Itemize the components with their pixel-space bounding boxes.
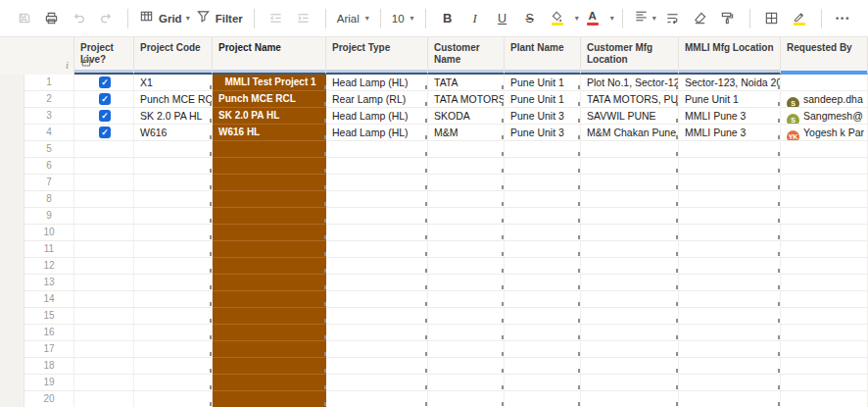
row-number[interactable]: 1 [24, 75, 74, 91]
cell-customer-mfg-location[interactable] [581, 191, 679, 208]
cell-customer-name[interactable] [428, 275, 505, 291]
cell-plant-name[interactable] [505, 375, 581, 391]
row-number[interactable]: 11 [24, 241, 74, 258]
cell-mmli-mfg-location[interactable] [679, 391, 781, 407]
cell-customer-mfg-location[interactable] [581, 175, 679, 191]
cell-customer-mfg-location[interactable] [581, 375, 679, 391]
column-header-mmli[interactable]: MMLI Mfg Location [679, 37, 781, 75]
text-color-button[interactable]: A [582, 7, 603, 30]
cell-project-live[interactable] [74, 241, 134, 258]
cell-customer-name[interactable] [428, 308, 505, 325]
cell-mmli-mfg-location[interactable] [679, 375, 781, 391]
cell-project-type[interactable] [326, 391, 428, 407]
cell-project-code[interactable] [134, 391, 213, 407]
cell-project-type[interactable] [326, 158, 428, 175]
cell-plant-name[interactable]: Pune Unit 3 [505, 108, 581, 125]
chevron-down-icon[interactable]: ▾ [610, 15, 614, 23]
cell-mmli-mfg-location[interactable] [679, 341, 781, 358]
cell-customer-name[interactable] [428, 225, 505, 241]
save-button[interactable] [13, 7, 34, 30]
column-header-requested[interactable]: Requested By [781, 37, 868, 75]
cell-customer-mfg-location[interactable] [581, 291, 679, 308]
cell-project-code[interactable] [134, 291, 213, 308]
cell-customer-name[interactable] [428, 208, 505, 225]
cell-project-name[interactable] [213, 391, 326, 407]
cell-customer-mfg-location[interactable] [581, 258, 679, 275]
cell-project-type[interactable] [326, 341, 428, 358]
column-header-plant[interactable]: Plant Name [505, 37, 581, 75]
cell-project-code[interactable] [134, 191, 213, 208]
cell-customer-name[interactable] [428, 191, 505, 208]
bold-button[interactable]: B [437, 7, 458, 30]
cell-project-name[interactable] [213, 308, 326, 325]
fill-color-button[interactable] [547, 7, 568, 30]
cell-customer-mfg-location[interactable] [581, 241, 679, 258]
cell-project-code[interactable] [134, 225, 213, 241]
column-header-name[interactable]: Project Name [213, 37, 326, 75]
column-header-customer[interactable]: Customer Name [428, 37, 505, 75]
cell-project-code[interactable] [134, 275, 213, 291]
cell-project-name[interactable] [213, 158, 326, 175]
row-number[interactable]: 20 [24, 391, 74, 407]
cell-project-code[interactable] [134, 325, 213, 341]
redo-button[interactable] [95, 7, 117, 30]
cell-project-code[interactable]: Punch MCE RCL [134, 91, 213, 108]
cell-mmli-mfg-location[interactable] [679, 241, 781, 258]
cell-customer-mfg-location[interactable] [581, 325, 679, 341]
cell-customer-mfg-location[interactable]: Plot No.1, Sector-127, Noida [581, 75, 679, 91]
cell-project-code[interactable] [134, 308, 213, 325]
cell-plant-name[interactable] [505, 208, 581, 225]
cell-project-name[interactable] [213, 275, 326, 291]
cell-project-type[interactable] [326, 325, 428, 341]
cell-project-code[interactable]: W616 [134, 125, 213, 141]
row-number[interactable]: 17 [24, 341, 74, 358]
checkbox-checked[interactable]: ✓ [99, 76, 111, 88]
cell-plant-name[interactable] [505, 275, 581, 291]
cell-project-live[interactable]: ✓ [74, 108, 134, 125]
cell-project-type[interactable] [326, 241, 428, 258]
cell-plant-name[interactable] [505, 141, 581, 158]
cell-requested-by[interactable] [781, 391, 868, 407]
font-family-selector[interactable]: Arial ▾ [337, 13, 369, 25]
cell-requested-by[interactable] [781, 341, 868, 358]
cell-project-live[interactable] [74, 158, 134, 175]
align-button[interactable]: ▾ [634, 9, 656, 27]
cell-project-code[interactable] [134, 208, 213, 225]
row-number[interactable]: 6 [24, 158, 74, 175]
cell-customer-name[interactable] [428, 358, 505, 375]
cell-project-live[interactable] [74, 191, 134, 208]
cell-requested-by[interactable] [781, 225, 868, 241]
cell-project-name[interactable]: Punch MCE RCL [213, 91, 326, 108]
cell-customer-name[interactable] [428, 258, 505, 275]
cell-project-type[interactable]: Rear Lamp (RL) [326, 91, 428, 108]
cell-project-name[interactable] [213, 358, 326, 375]
cell-project-name[interactable]: SK 2.0 PA HL [213, 108, 326, 125]
cell-plant-name[interactable] [505, 175, 581, 191]
column-header-custmfg[interactable]: Customer Mfg Location [581, 37, 679, 75]
cell-customer-mfg-location[interactable] [581, 308, 679, 325]
cell-customer-mfg-location[interactable] [581, 358, 679, 375]
cell-project-name[interactable]: MMLI Test Project 1 [213, 75, 326, 91]
cell-requested-by[interactable] [781, 191, 868, 208]
cell-requested-by[interactable]: Ssandeep.dha [781, 91, 868, 108]
row-number[interactable]: 9 [24, 208, 74, 225]
row-number[interactable]: 13 [24, 275, 74, 291]
cell-customer-mfg-location[interactable] [581, 341, 679, 358]
cell-project-type[interactable] [326, 208, 428, 225]
row-number[interactable]: 18 [24, 358, 74, 375]
cell-plant-name[interactable] [505, 391, 581, 407]
cell-project-name[interactable] [213, 141, 326, 158]
strikethrough-button[interactable]: S [519, 7, 541, 30]
cell-project-type[interactable] [326, 175, 428, 191]
cell-project-live[interactable] [74, 358, 134, 375]
cell-customer-mfg-location[interactable] [581, 225, 679, 241]
cell-project-type[interactable] [326, 375, 428, 391]
undo-button[interactable] [68, 7, 89, 30]
cell-project-code[interactable] [134, 241, 213, 258]
cell-project-code[interactable] [134, 175, 213, 191]
cell-project-live[interactable] [74, 175, 134, 191]
row-number[interactable]: 10 [24, 225, 74, 241]
cell-project-name[interactable] [213, 175, 326, 191]
cell-requested-by[interactable]: YKYogesh k Par [781, 125, 868, 141]
font-size-selector[interactable]: 10 ▾ [392, 13, 414, 25]
